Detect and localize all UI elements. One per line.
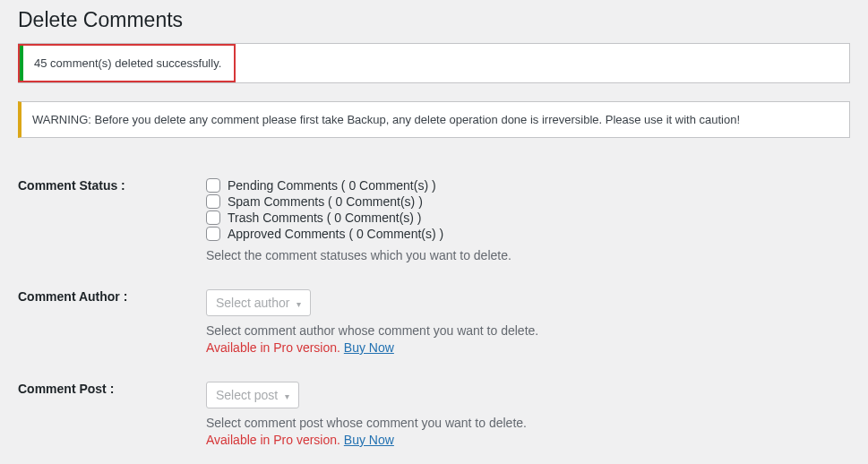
checkbox-approved[interactable] — [206, 227, 220, 241]
warning-notice: WARNING: Before you delete any comment p… — [18, 101, 850, 138]
page-title: Delete Comments — [18, 0, 850, 36]
comment-post-label: Comment Post : — [18, 368, 197, 460]
post-placeholder: Select post — [216, 388, 278, 402]
author-description: Select comment author whose comment you … — [206, 323, 841, 338]
chevron-down-icon: ▾ — [285, 391, 289, 401]
author-pro-notice: Available in Pro version. Buy Now — [206, 340, 841, 355]
chevron-down-icon: ▾ — [296, 299, 301, 309]
comment-author-label: Comment Author : — [18, 276, 197, 368]
label-spam[interactable]: Spam Comments ( 0 Comment(s) ) — [228, 194, 423, 209]
author-buy-link[interactable]: Buy Now — [344, 340, 394, 355]
post-description: Select comment post whose comment you wa… — [206, 416, 841, 430]
post-pro-notice: Available in Pro version. Buy Now — [206, 433, 841, 447]
checkbox-spam[interactable] — [206, 194, 220, 209]
warning-message: WARNING: Before you delete any comment p… — [32, 113, 740, 126]
author-select[interactable]: Select author ▾ — [206, 289, 311, 316]
author-placeholder: Select author — [216, 296, 290, 310]
success-notice: 45 comment(s) deleted successfully. — [18, 43, 850, 83]
label-approved[interactable]: Approved Comments ( 0 Comment(s) ) — [228, 227, 443, 241]
label-pending[interactable]: Pending Comments ( 0 Comment(s) ) — [228, 178, 436, 193]
checkbox-pending[interactable] — [206, 178, 220, 193]
post-buy-link[interactable]: Buy Now — [344, 433, 394, 447]
post-select[interactable]: Select post ▾ — [206, 382, 299, 408]
status-description: Select the comment statuses which you wa… — [206, 248, 841, 262]
checkbox-trash[interactable] — [206, 211, 220, 225]
comment-status-label: Comment Status : — [18, 165, 197, 276]
label-trash[interactable]: Trash Comments ( 0 Comment(s) ) — [228, 211, 422, 225]
success-message: 45 comment(s) deleted successfully. — [34, 56, 221, 70]
